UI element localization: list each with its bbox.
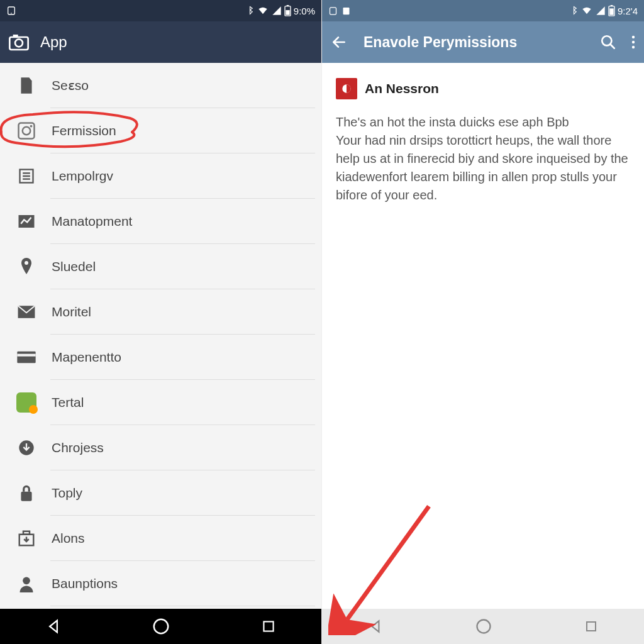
list-item-toply[interactable]: Toply [0, 470, 321, 516]
battery-icon [608, 5, 615, 16]
svg-point-35 [632, 41, 635, 43]
list-item-label: Baunptions [52, 576, 118, 591]
svg-rect-31 [609, 8, 613, 14]
svg-rect-27 [330, 7, 336, 14]
detail-header: An Nessron [336, 78, 630, 99]
svg-rect-30 [611, 5, 613, 6]
svg-rect-28 [343, 7, 350, 14]
archive-icon [17, 530, 36, 547]
list-item-label: Tertal [52, 395, 84, 410]
svg-point-36 [632, 46, 635, 48]
svg-rect-3 [286, 5, 289, 6]
notification-icon [328, 6, 338, 16]
list-icon [18, 167, 35, 185]
nav-back-icon[interactable] [45, 618, 62, 635]
svg-line-33 [610, 44, 614, 48]
list-item-label: Sluedel [52, 259, 96, 274]
status-time: 9:2'4 [618, 6, 638, 16]
list-item-label: Fermission [52, 123, 116, 138]
notification-icon-2 [341, 6, 351, 16]
list-item-label: Manatopment [52, 214, 132, 229]
list-item-label: Toply [52, 486, 82, 501]
nav-home-icon[interactable] [475, 618, 492, 635]
camera-icon [9, 33, 29, 51]
list-item-label: Chrojess [52, 440, 104, 455]
svg-point-25 [154, 619, 169, 634]
list-item-label: Moritel [52, 304, 91, 319]
chart-icon [17, 213, 36, 230]
settings-list[interactable]: Seɛso Fermission Lempolrgv Manatopment S… [0, 63, 321, 609]
nav-home-icon[interactable] [152, 617, 170, 636]
detail-pane: An Nessron The's an hot the insta duicks… [322, 63, 644, 609]
list-item-fermission[interactable]: Fermission [0, 108, 321, 153]
list-item-baunptions[interactable]: Baunptions [0, 561, 321, 606]
list-item-serso[interactable]: Seɛso [0, 63, 321, 108]
status-time: 9:0% [294, 6, 315, 16]
wifi-icon [257, 6, 269, 16]
phone-right-screen: 9:2'4 Enavole Perymissions An Nessron Th… [322, 0, 644, 644]
app-bar-title: App [40, 33, 67, 51]
notification-icon [6, 6, 16, 16]
list-item-sluedel[interactable]: Sluedel [0, 244, 321, 289]
list-item-label: Lempolrgv [52, 169, 113, 184]
list-item-label: Mapenentto [52, 350, 121, 365]
status-bar: 9:0% [0, 0, 321, 21]
lock-icon [18, 484, 35, 502]
signal-icon [596, 6, 606, 16]
svg-point-34 [632, 36, 635, 38]
svg-rect-6 [13, 35, 18, 37]
svg-rect-4 [286, 10, 289, 15]
app-bar: App [0, 21, 321, 63]
nav-back-icon[interactable] [367, 618, 384, 635]
svg-point-1 [11, 13, 12, 14]
wifi-icon [580, 6, 593, 16]
app-green-icon [16, 392, 36, 413]
svg-point-9 [23, 127, 31, 135]
list-item-mapenentto[interactable]: Mapenentto [0, 335, 321, 380]
mail-icon [17, 305, 36, 319]
phone-left-screen: 9:0% App Seɛso Fermission Lempolrgv [0, 0, 322, 644]
person-icon [18, 575, 35, 592]
svg-rect-21 [21, 492, 31, 501]
bluetooth-icon [570, 6, 578, 16]
app-bar-title: Enavole Perymissions [364, 34, 600, 51]
app-icon [17, 121, 36, 140]
svg-point-16 [25, 261, 28, 265]
list-item-lempolrgv[interactable]: Lempolrgv [0, 153, 321, 199]
list-item-chrojess[interactable]: Chrojess [0, 425, 321, 470]
download-icon [18, 439, 35, 457]
detail-app-name: An Nessron [365, 81, 439, 96]
svg-point-7 [15, 39, 23, 47]
status-bar: 9:2'4 [322, 0, 644, 21]
app-detail-icon [336, 78, 357, 99]
more-icon[interactable] [631, 35, 635, 50]
svg-rect-26 [264, 621, 273, 631]
pin-icon [19, 257, 34, 277]
svg-rect-23 [23, 531, 30, 535]
detail-body-text: The's an hot the insta duicks ese aph Bp… [336, 113, 630, 204]
bluetooth-icon [246, 6, 254, 16]
nav-recent-icon[interactable] [260, 618, 277, 635]
list-item-moritel[interactable]: Moritel [0, 289, 321, 335]
signal-icon [272, 6, 282, 16]
svg-rect-19 [17, 354, 35, 357]
nav-bar [0, 609, 321, 644]
nav-recent-icon[interactable] [584, 619, 599, 634]
file-icon [18, 76, 35, 95]
list-item-label: Seɛso [52, 78, 89, 93]
battery-icon [284, 5, 291, 16]
svg-rect-18 [17, 352, 35, 364]
back-arrow-icon[interactable] [331, 34, 347, 50]
app-bar: Enavole Perymissions [322, 21, 644, 63]
search-icon[interactable] [600, 34, 616, 50]
nav-bar [322, 609, 644, 644]
svg-point-24 [23, 577, 30, 585]
svg-point-10 [30, 125, 33, 128]
list-item-tertal[interactable]: Tertal [0, 380, 321, 425]
list-item-alons[interactable]: Alons [0, 516, 321, 561]
svg-rect-39 [587, 622, 596, 631]
card-icon [16, 350, 36, 364]
svg-point-38 [477, 620, 490, 633]
list-item-label: Alons [52, 531, 85, 546]
list-item-manatopment[interactable]: Manatopment [0, 199, 321, 244]
